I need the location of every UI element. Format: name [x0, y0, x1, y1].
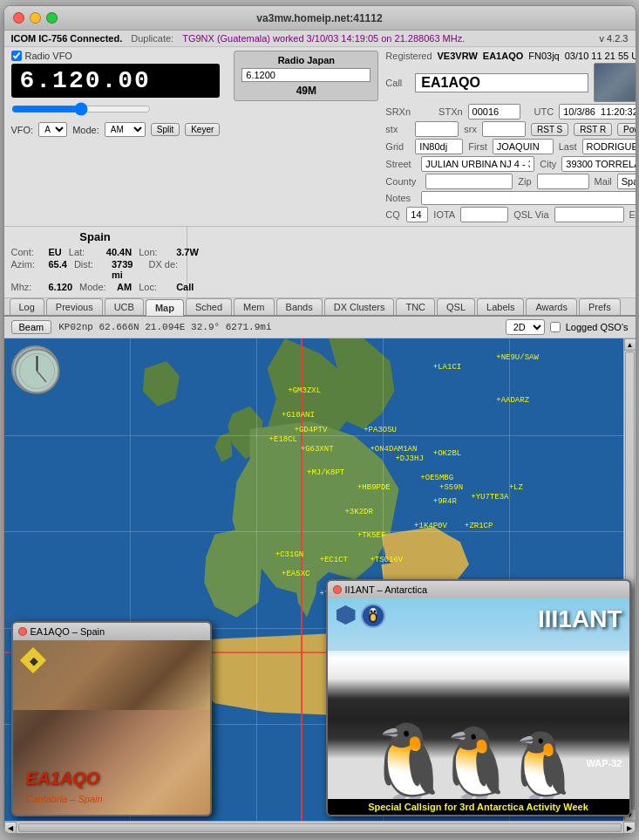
mode-select[interactable]: AMUSBLSBCWFM	[105, 122, 146, 137]
callsign-lz: LZ	[509, 483, 523, 492]
callsign-tk5ef: TK5EF	[357, 531, 385, 540]
callsign-dj3hj: DJ3HJ	[395, 454, 423, 463]
callsign-ea5xc: EA5XC	[282, 570, 309, 578]
close-button[interactable]	[13, 12, 24, 24]
country-name: Spain	[11, 230, 180, 243]
tab-dx-clusters[interactable]: DX Clusters	[324, 298, 395, 315]
cont-label: Cont:	[11, 247, 42, 257]
h-scroll-thumb[interactable]	[18, 823, 622, 832]
tab-tnc[interactable]: TNC	[396, 298, 435, 315]
grid-line-h1	[4, 435, 636, 436]
popup-ii1ant-title: II1ANT – Antarctica	[345, 584, 428, 595]
notes-input[interactable]	[421, 191, 636, 205]
qsl-via-label: QSL Via	[513, 209, 548, 220]
pow-button[interactable]: Pow	[617, 123, 636, 136]
map-toolbar: Beam KP02np 62.666N 21.094E 32.9° 6271.9…	[4, 317, 636, 338]
scroll-up-button[interactable]: ▲	[624, 338, 636, 351]
city-input[interactable]	[561, 156, 636, 172]
qsl-via-input[interactable]	[554, 207, 624, 222]
notes-label: Notes	[385, 193, 416, 203]
map-area[interactable]: LA1CI NE9U/SAW GM3ZXL G10ANI GD4PTV E18C…	[4, 338, 636, 821]
keyer-button[interactable]: Keyer	[185, 123, 220, 136]
utc-input[interactable]	[559, 104, 636, 120]
rst-r-button[interactable]: RST R	[574, 123, 612, 136]
split-button[interactable]: Split	[151, 123, 180, 136]
iota-input[interactable]	[460, 207, 508, 222]
stxn-label: STXn	[438, 106, 463, 117]
status-bar: ICOM IC-756 Connected. Duplicate: TG9NX …	[4, 31, 636, 47]
tab-map[interactable]: Map	[146, 299, 184, 316]
vfo-slider[interactable]	[11, 102, 151, 116]
callsign-g10ani: G10ANI	[282, 411, 315, 420]
first-input[interactable]	[493, 139, 554, 154]
azim-label: Azim:	[11, 259, 42, 280]
tab-bands[interactable]: Bands	[276, 298, 323, 315]
city-label: City	[540, 159, 556, 169]
azim-value: 65.4	[49, 259, 67, 280]
beam-button[interactable]: Beam	[11, 320, 52, 334]
street-input[interactable]	[421, 156, 534, 172]
county-input[interactable]	[425, 174, 513, 189]
compass-svg	[13, 347, 61, 395]
radio-section: Radio VFO 6.120.00 VFO: AB Mode: AMUSBLS…	[4, 47, 636, 227]
mail-input[interactable]	[617, 174, 636, 189]
call-input[interactable]	[415, 73, 588, 92]
scroll-left-button[interactable]: ◀	[4, 822, 17, 834]
tab-labels[interactable]: Labels	[477, 298, 524, 315]
radio-vfo-checkbox[interactable]	[11, 51, 22, 61]
mhz-mode-row: Mhz: 6.120 Mode: AM Loc: Call	[11, 282, 180, 292]
zip-input[interactable]	[537, 174, 589, 189]
grid-row: Grid First Last	[385, 139, 636, 154]
tab-awards[interactable]: Awards	[526, 298, 576, 315]
grid-input[interactable]	[415, 139, 463, 154]
cq-input[interactable]	[406, 207, 428, 222]
stxn-input[interactable]	[468, 104, 520, 120]
vfo-panel: Radio VFO 6.120.00 VFO: AB Mode: AMUSBLS…	[11, 51, 221, 137]
registered-callsign: VE3VRW	[438, 51, 478, 61]
popup-ea1aqo-close[interactable]	[18, 627, 27, 636]
stx-row: stx srx RST S RST R Pow	[385, 121, 636, 137]
radio-japan-freq-input[interactable]	[241, 68, 370, 82]
logged-qso-checkbox[interactable]	[550, 322, 561, 332]
cq-label: CQ	[385, 209, 401, 220]
popup-ea1aqo: EA1AQO – Spain ◆ EA1AQO Cantabria – Spai…	[11, 621, 212, 816]
map-view-select[interactable]: 2D3D	[506, 319, 545, 335]
tab-sched[interactable]: Sched	[186, 298, 232, 315]
minimize-button[interactable]	[30, 12, 41, 24]
tab-ucb[interactable]: UCB	[105, 298, 144, 315]
callsign-e18cl: E18CL	[269, 435, 297, 444]
callsign-ts016v: TS016V	[370, 556, 403, 564]
ii1ant-callsign: III1ANT	[538, 605, 622, 633]
loc-mode-label: Mode:	[79, 282, 110, 292]
connection-status: ICOM IC-756 Connected.	[11, 33, 123, 44]
main-window: va3mw.homeip.net:41112 ICOM IC-756 Conne…	[3, 5, 636, 834]
call-label: Call	[385, 78, 410, 88]
tab-prefs[interactable]: Prefs	[579, 298, 621, 315]
lat-label: Lat:	[69, 247, 99, 257]
callsign-aadarz: AADARZ	[496, 396, 529, 405]
callsign-ok2bl: OK2BL	[433, 449, 461, 458]
compass	[11, 345, 59, 393]
registered-row: Registered VE3VRW EA1AQO FN03jq 03/10 11…	[385, 51, 636, 61]
duplicate-label: Duplicate:	[131, 33, 173, 44]
svg-point-9	[370, 611, 372, 613]
popup-ii1ant-close[interactable]	[333, 585, 342, 594]
maximize-button[interactable]	[46, 12, 58, 24]
tab-log[interactable]: Log	[10, 298, 44, 315]
last-input[interactable]	[582, 139, 636, 154]
vfo-select[interactable]: AB	[38, 122, 67, 137]
srx-input[interactable]	[482, 121, 526, 137]
version-label: v 4.2.3	[599, 33, 628, 44]
call-row: Call Look Up Log QSO + Stack ▶	[385, 63, 636, 102]
rst-s-button[interactable]: RST S	[531, 123, 568, 136]
tab-mem[interactable]: Mem	[234, 298, 274, 315]
stx-input[interactable]	[415, 121, 459, 137]
email-label: Email	[629, 209, 636, 220]
callsign-on4dam1an: ON4DAM1AN	[370, 445, 417, 454]
map-scrollbar-horizontal[interactable]: ◀ ▶	[4, 821, 636, 833]
tab-qsl[interactable]: QSL	[437, 298, 475, 315]
tab-previous[interactable]: Previous	[46, 298, 103, 315]
county-row: County Zip Mail	[385, 174, 636, 189]
first-label: First	[468, 141, 486, 152]
scroll-right-button[interactable]: ▶	[623, 822, 636, 834]
